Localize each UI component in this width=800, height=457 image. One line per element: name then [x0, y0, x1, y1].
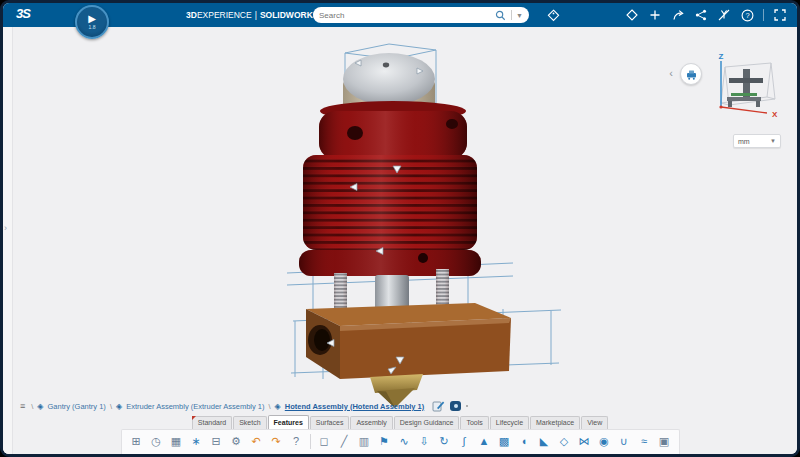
assembly-icon: ◈: [275, 402, 281, 411]
cap-dome: [343, 53, 435, 105]
redo-icon[interactable]: ↷: [268, 433, 285, 450]
toolbar-separator: [310, 434, 311, 449]
search-icon[interactable]: [493, 8, 507, 22]
search-box[interactable]: ▼: [313, 7, 529, 23]
forward-icon[interactable]: [671, 8, 685, 22]
units-dropdown[interactable]: mm ▼: [733, 134, 781, 148]
material-icon[interactable]: ≈: [636, 433, 653, 450]
add-icon[interactable]: [648, 8, 662, 22]
breadcrumb-separator: \: [110, 402, 112, 411]
product-name: SOLIDWORKS: [260, 10, 319, 20]
tab-features[interactable]: Features: [268, 415, 309, 429]
chamfer-icon[interactable]: ◣: [536, 433, 553, 450]
svg-text:?: ?: [745, 11, 749, 20]
annotations-toggle-icon[interactable]: [717, 8, 731, 22]
viewport-canvas[interactable]: ›: [3, 27, 797, 454]
left-panel-expand-icon[interactable]: ›: [4, 223, 7, 233]
view-tools: ‹ Z X: [669, 51, 783, 123]
dassault-3ds-logo: 3S: [16, 6, 30, 21]
breadcrumb-item-extruder-assembly-extruder-assembly-1[interactable]: Extruder Assembly (Extruder Assembly 1): [126, 402, 264, 411]
collapse-view-tools-icon[interactable]: ‹: [669, 67, 673, 79]
spline-icon[interactable]: ∿: [396, 433, 413, 450]
brand-3d: 3D: [186, 10, 197, 20]
combine-icon[interactable]: ∪: [616, 433, 633, 450]
breadcrumb: ≡ \◈Gantry (Gantry 1)\◈Extruder Assembly…: [3, 398, 797, 414]
compass-badge: 1.8: [89, 24, 96, 30]
3dexperience-compass-icon[interactable]: ▶ 1.8: [75, 5, 109, 39]
sweep-icon[interactable]: ∫: [456, 433, 473, 450]
tab-marketplace[interactable]: Marketplace: [530, 416, 580, 429]
primitive-box-icon[interactable]: ◻: [316, 433, 333, 450]
display-settings-button[interactable]: [680, 63, 702, 85]
shell-icon[interactable]: ◇: [556, 433, 573, 450]
topbar-right-icons: ?: [625, 3, 787, 27]
tab-design-guidance[interactable]: Design Guidance: [394, 416, 460, 429]
tab-standard[interactable]: Standard: [192, 416, 232, 429]
help-circle-icon[interactable]: ?: [288, 433, 305, 450]
tab-surfaces[interactable]: Surfaces: [310, 416, 350, 429]
edit-part-icon[interactable]: [432, 399, 445, 414]
units-value: mm: [738, 138, 750, 145]
draft-icon[interactable]: ◉: [596, 433, 613, 450]
breadcrumb-item-gantry-gantry-1[interactable]: Gantry (Gantry 1): [48, 402, 106, 411]
tab-tools[interactable]: Tools: [460, 416, 488, 429]
topbar: 3S ▶ 1.8 3DEXPERIENCE | SOLIDWORKS xDesi…: [3, 3, 797, 27]
tab-sketch[interactable]: Sketch: [233, 416, 266, 429]
left-panel: ›: [3, 27, 13, 454]
fullscreen-icon[interactable]: [773, 8, 787, 22]
print-icon[interactable]: ⊟: [208, 433, 225, 450]
history-icon[interactable]: ◷: [148, 433, 165, 450]
assembly-icon: ◈: [37, 402, 43, 411]
assembly-icon: ◈: [116, 402, 122, 411]
pattern-icon[interactable]: ▩: [496, 433, 513, 450]
6wtags-icon[interactable]: [546, 8, 560, 22]
breadcrumb-separator: \: [31, 402, 33, 411]
breadcrumb-separator: \: [269, 402, 271, 411]
revolve-icon[interactable]: ↻: [436, 433, 453, 450]
search-options-caret-icon[interactable]: ▼: [516, 12, 523, 19]
toolbar: ⊞◷▦∗⊟⚙↶↷?◻╱▥⚑∿⇩↻∫▲▩◖◣◇⋈◉∪≈▣: [121, 429, 680, 454]
axis-x-label: X: [772, 110, 778, 119]
heater-block-part[interactable]: [306, 303, 511, 379]
app-window: 3S ▶ 1.8 3DEXPERIENCE | SOLIDWORKS xDesi…: [0, 0, 800, 457]
help-icon[interactable]: ?: [740, 8, 754, 22]
fillet-icon[interactable]: ◖: [516, 433, 533, 450]
sketch-line-icon[interactable]: ╱: [336, 433, 353, 450]
undo-icon[interactable]: ↶: [248, 433, 265, 450]
breadcrumb-item-hotend-assembly-hotend-assembly-1[interactable]: Hotend Assembly (Hotend Assembly 1): [285, 402, 424, 411]
search-input[interactable]: [319, 11, 493, 20]
tag-icon[interactable]: [625, 8, 639, 22]
title-divider: |: [255, 10, 257, 20]
settings-icon[interactable]: ⚙: [228, 433, 245, 450]
orientation-widget[interactable]: Z X: [709, 51, 783, 123]
share-icon[interactable]: [694, 8, 708, 22]
loft-icon[interactable]: ▲: [476, 433, 493, 450]
axis-z-label: Z: [719, 52, 724, 61]
breadcrumb-menu-icon[interactable]: ≡: [20, 401, 25, 411]
extrude-icon[interactable]: ⇩: [416, 433, 433, 450]
units-caret-icon: ▼: [770, 138, 776, 144]
tab-lifecycle[interactable]: Lifecycle: [490, 416, 529, 429]
more-tools-icon[interactable]: ▣: [656, 433, 673, 450]
mirror-icon[interactable]: ⋈: [576, 433, 593, 450]
tab-assembly[interactable]: Assembly: [350, 416, 392, 429]
bottom-ui: ≡ \◈Gantry (Gantry 1)\◈Extruder Assembly…: [3, 398, 797, 454]
sync-icon[interactable]: ∗: [188, 433, 205, 450]
breadcrumb-overflow-dot: [466, 405, 468, 407]
heatsink-part[interactable]: [299, 53, 481, 276]
save-icon[interactable]: ▦: [168, 433, 185, 450]
model-update-icon[interactable]: ⊞: [128, 433, 145, 450]
brand-experience: EXPERIENCE: [197, 10, 252, 20]
bookmark-flag-icon[interactable]: ⚑: [376, 433, 393, 450]
ribbon-tabs: StandardSketchFeaturesSurfacesAssemblyDe…: [3, 414, 797, 429]
assistant-icon[interactable]: [450, 401, 461, 411]
notes-icon[interactable]: ▥: [356, 433, 373, 450]
tab-view[interactable]: View: [581, 416, 608, 429]
